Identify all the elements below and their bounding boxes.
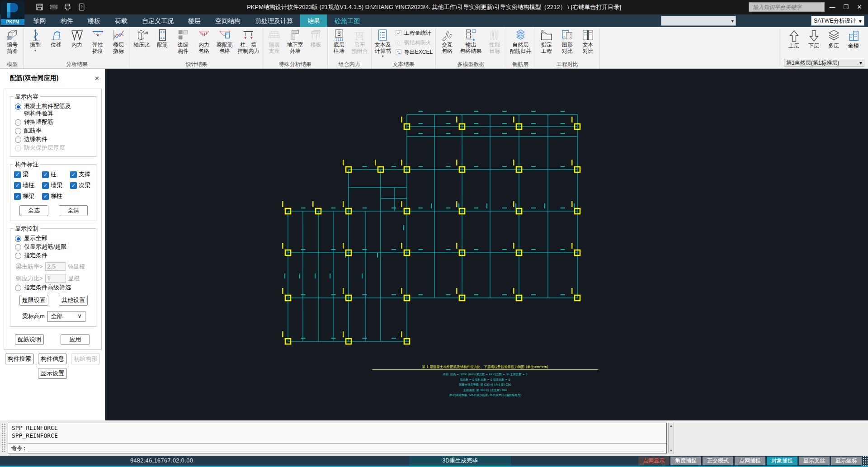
nav-button-多层[interactable]: 多层 [824, 28, 844, 49]
field-input[interactable]: 1 [45, 274, 66, 283]
checkbox-柱[interactable]: ✓柱 [42, 170, 70, 179]
drawing-canvas[interactable]: 第 1 层混凝土构件配筋及钢构件应力比、下层墙柱受拉验算应力简图 (单位:cm*… [105, 69, 868, 420]
ribbon-button-弹性挠度[interactable]: 弹性挠度 [87, 27, 108, 54]
radio-display-content-3[interactable]: 配筋率 [14, 127, 94, 134]
scroll-up-icon[interactable]: ▲ [670, 424, 673, 427]
knowledge-search-input[interactable] [749, 2, 825, 12]
ribbon-button-交互包络[interactable]: 交互包络 [437, 27, 458, 54]
ribbon-button-输出包络结果[interactable]: 输出包络结果 [458, 27, 484, 54]
svg-text:本层: 层高 = 3850 (mm) 梁总数 = 62: 本层: 层高 = 3850 (mm) 梁总数 = 62 柱总数 = 36 支撑总… [443, 373, 527, 376]
checkbox-墙柱[interactable]: ✓墙柱 [14, 181, 42, 189]
resize-grip[interactable] [863, 456, 868, 466]
ribbon-button-文本对比[interactable]: 文本对比 [578, 27, 599, 54]
ribbon-button-边缘构件[interactable]: 边缘构件 [173, 27, 193, 54]
radio-display-content-5: 防火保护层厚度 [14, 144, 94, 151]
ribbon-button-柱、墙控制内力[interactable]: 柱、墙控制内力 [235, 27, 262, 54]
nav-button-全楼[interactable]: 全楼 [844, 28, 863, 49]
radio-display-control-3[interactable]: 指定条件 [14, 252, 94, 259]
close-window-icon[interactable]: ✕ [854, 2, 865, 13]
menu-tab-10[interactable]: 砼施工图 [327, 14, 367, 27]
checkbox-梯柱[interactable]: ✓梯柱 [42, 192, 70, 200]
menu-tab-1[interactable]: 轴网 [26, 14, 53, 27]
ribbon-button-工程量统计[interactable]: 工程量统计 [395, 29, 433, 37]
command-input[interactable] [28, 445, 664, 452]
menu-tab-7[interactable]: 空间结构 [208, 14, 248, 27]
button-应用[interactable]: 应用 [61, 334, 90, 345]
radio-display-control-4[interactable]: 指定条件高级筛选 [14, 284, 94, 291]
radio-icon [15, 253, 21, 259]
checkbox-梯梁[interactable]: ✓梯梁 [14, 192, 42, 200]
restore-icon[interactable]: ❐ [840, 2, 852, 13]
ribbon-button-底层柱墙[interactable]: 底层柱墙 [329, 27, 349, 54]
minimize-icon[interactable]: — [826, 2, 838, 13]
command-scrollbar[interactable]: ▲ ▼ [668, 423, 674, 453]
pkpm-logo[interactable]: ▼ PKPM [1, 1, 24, 26]
ribbon-group-4: 隔震支座地下室外墙楼板特殊分析结果 [263, 27, 328, 68]
beam-elevation-select[interactable]: 全部 ∨ [47, 311, 85, 322]
checkbox-支撑[interactable]: ✓支撑 [70, 170, 98, 179]
toggle-点网捕捉[interactable]: 点网捕捉 [735, 457, 765, 465]
radio-display-content-4[interactable]: 边缘构件 [14, 136, 94, 143]
checkbox-墙梁[interactable]: ✓墙梁 [42, 181, 70, 189]
button-其他设置[interactable]: 其他设置 [59, 295, 88, 306]
button-全清[interactable]: 全清 [59, 205, 88, 216]
button-超限设置[interactable]: 超限设置 [19, 295, 48, 306]
menu-tab-4[interactable]: 荷载 [108, 14, 135, 27]
ribbon-button-梁配筋包络[interactable]: 梁配筋包络 [214, 27, 235, 54]
command-grip[interactable] [1, 423, 6, 453]
radio-icon [15, 137, 21, 143]
ribbon-button-轴压比[interactable]: μN轴压比 [131, 27, 152, 48]
menu-tab-3[interactable]: 楼板 [80, 14, 108, 27]
checkbox-梁[interactable]: ✓梁 [14, 170, 42, 179]
ribbon-group-3: μN轴压比配筋边缘构件内力包络梁配筋包络柱、墙控制内力设计结果 [130, 27, 263, 68]
ribbon-button-编号简图[interactable]: 1D编号简图 [2, 27, 23, 54]
nav-button-下层[interactable]: 下层 [804, 28, 824, 49]
ribbon-button-图形对比[interactable]: 图形对比 [557, 27, 578, 54]
field-label: 梁主筋率> [16, 263, 43, 271]
ribbon-button-导出EXCEL[interactable]: 导出EXCEL [395, 48, 433, 56]
command-window[interactable]: SPP_REINFORCESPP_REINFORCE 命令: [8, 423, 667, 453]
radio-icon [15, 145, 21, 151]
ribbon-button-楼层指标[interactable]: 楼层指标 [108, 27, 129, 54]
button-配筋说明[interactable]: 配筋说明 [15, 334, 44, 345]
ribbon-button-位移[interactable]: 位移 [46, 27, 66, 48]
ribbon-button-配筋[interactable]: 配筋 [152, 27, 173, 48]
ribbon-button-地下室外墙[interactable]: 地下室外墙 [285, 27, 306, 54]
close-panel-icon[interactable]: ✕ [94, 75, 99, 82]
button-构件信息[interactable]: 构件信息 [38, 354, 67, 364]
toggle-显示坐标[interactable]: 显示坐标 [831, 457, 862, 465]
floor-selector[interactable]: 第1自然层(第1标准层)▾ [784, 59, 864, 67]
project-selector[interactable]: ▾ [661, 16, 736, 26]
menu-tab-9[interactable]: 结果 [300, 14, 327, 27]
ribbon-button-内力[interactable]: 内力 [66, 27, 87, 48]
toggle-显示叉丝[interactable]: 显示叉丝 [799, 457, 830, 465]
button-全选[interactable]: 全选 [19, 205, 48, 216]
menu-tab-5[interactable]: 自定义工况 [135, 14, 181, 27]
force-icon [70, 28, 84, 42]
toggle-对象捕捉[interactable]: 对象捕捉 [767, 457, 797, 465]
scroll-down-icon[interactable]: ▼ [670, 449, 673, 452]
radio-display-content-1[interactable]: 混凝土构件配筋及钢构件验算 [14, 103, 94, 117]
menu-tab-8[interactable]: 前处理及计算 [248, 14, 300, 27]
button-显示设置[interactable]: 显示设置 [38, 368, 67, 379]
ribbon-button-自然层配筋归并[interactable]: 自然层配筋归并 [507, 27, 534, 54]
member-label-group: 构件标注 ✓梁✓柱✓支撑✓墙柱✓墙梁✓次梁✓梯梁✓梯柱 全选全清 [10, 164, 96, 221]
ribbon-group-label: 模型 [2, 61, 23, 68]
ribbon-button-内力包络[interactable]: 内力包络 [193, 27, 214, 54]
module-selector[interactable]: SATWE分析设计▾ [811, 16, 864, 26]
menu-tab-2[interactable]: 构件 [53, 14, 80, 27]
checkbox-次梁[interactable]: ✓次梁 [70, 181, 98, 189]
radio-display-control-2[interactable]: 仅显示超筋/超限 [14, 243, 94, 250]
field-input[interactable]: 2.5 [45, 262, 66, 271]
toggle-角度捕捉[interactable]: 角度捕捉 [670, 457, 701, 465]
radio-display-content-2[interactable]: 转换墙配筋 [14, 118, 94, 126]
menu-tab-6[interactable]: 楼层 [181, 14, 208, 27]
button-构件搜索[interactable]: 构件搜索 [5, 354, 34, 364]
ribbon-button-振型[interactable]: 振型▼ [25, 27, 46, 52]
ribbon-button-指定工程[interactable]: 指定工程 [536, 27, 557, 54]
ribbon-button-文本及计算书[interactable]: 文本及计算书▼ [373, 27, 393, 58]
toggle-正交模式[interactable]: 正交模式 [703, 457, 733, 465]
toggle-点网显示[interactable]: 点网显示 [638, 457, 669, 465]
radio-display-control-1[interactable]: 显示全部 [14, 235, 94, 242]
nav-button-上层[interactable]: 上层 [784, 28, 804, 49]
